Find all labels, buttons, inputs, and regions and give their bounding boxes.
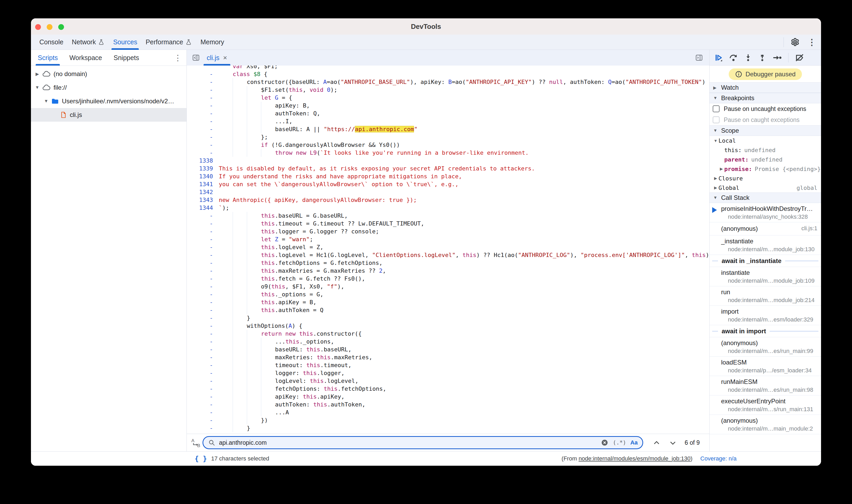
line-gutter[interactable]: - [187,330,213,338]
line-gutter[interactable]: - [187,94,213,102]
tree-item-file-[interactable]: ▼file:// [31,81,187,94]
line-gutter[interactable]: - [187,118,213,125]
line-gutter[interactable]: - [187,149,213,157]
chevron-down-icon[interactable]: ▼ [43,98,49,104]
breakpoint-option[interactable]: Pause on uncaught exceptions [710,103,821,114]
line-gutter[interactable]: 1342 [187,188,213,196]
call-stack-frame[interactable]: promiseInitHookWithDestroyTr…node:intern… [710,203,821,222]
tree-item-cli-js[interactable]: cli.js [31,108,187,122]
clear-search-icon[interactable] [601,439,608,447]
close-tab-icon[interactable]: × [223,54,227,62]
replace-toggle-icon[interactable]: AB [191,438,201,448]
step-out-icon[interactable] [758,52,767,63]
line-gutter[interactable]: - [187,141,213,149]
kebab-menu-icon[interactable]: ⋮ [806,37,817,48]
step-over-icon[interactable] [728,52,739,63]
section-call-stack[interactable]: ▼Call Stack [710,193,821,203]
source-origin-link[interactable]: node:internal/modules/esm/module_job:130 [579,455,691,462]
call-stack-frame[interactable]: (anonymous)node:internal/m…es/run_main:9… [710,337,821,357]
line-gutter[interactable]: - [187,299,213,306]
line-gutter[interactable]: - [187,393,213,401]
checkbox[interactable] [713,105,720,112]
line-gutter[interactable]: - [187,338,213,346]
call-stack-frame[interactable]: instantiatenode:internal/m…module_job:10… [710,267,821,286]
line-gutter[interactable]: - [187,409,213,416]
line-gutter[interactable]: - [187,133,213,141]
line-gutter[interactable]: - [187,369,213,377]
scope-row-this[interactable]: this:undefined [710,145,821,155]
section-breakpoints[interactable]: ▼Breakpoints [710,93,821,103]
line-gutter[interactable]: - [187,291,213,299]
call-stack-frame[interactable]: (anonymous)cli.js:1 [710,222,821,235]
line-gutter[interactable]: - [187,125,213,133]
breakpoint-option[interactable]: Pause on caught exceptions [710,114,821,125]
scope-row-Local[interactable]: ▼Local [710,136,821,145]
line-gutter[interactable]: - [187,283,213,291]
line-gutter[interactable]: 1338 [187,157,213,165]
step-into-icon[interactable] [744,52,752,63]
line-gutter[interactable]: - [187,78,213,86]
resume-script-icon[interactable] [714,52,723,63]
tab-console[interactable]: Console [35,35,68,50]
deactivate-breakpoints-icon[interactable] [794,52,805,63]
call-stack-frame[interactable]: executeUserEntryPointnode:internal/m…s/r… [710,395,821,415]
navigator-kebab-menu-icon[interactable]: ⋮ [174,50,182,66]
line-gutter[interactable]: - [187,275,213,283]
scope-row-parent[interactable]: parent:undefined [710,155,821,164]
call-stack-frame[interactable]: runnode:internal/m…module_job:214 [710,286,821,306]
call-stack-frame[interactable]: (anonymous)node:internal/m…main_module:2 [710,415,821,434]
line-gutter[interactable]: 1343 [187,196,213,204]
settings-gear-icon[interactable] [789,37,801,48]
tab-performance[interactable]: Performance [141,35,196,50]
line-gutter[interactable]: - [187,235,213,244]
previous-match-icon[interactable] [650,434,663,452]
line-gutter[interactable]: - [187,244,213,251]
line-gutter[interactable]: 1340 [187,173,213,180]
line-gutter[interactable]: - [187,322,213,330]
call-stack-frame[interactable]: runMainESMnode:internal/m…es/run_main:98 [710,376,821,395]
line-gutter[interactable]: - [187,401,213,409]
line-gutter[interactable]: - [187,424,213,432]
match-case-toggle-icon[interactable]: Aa [631,439,638,446]
tree-item--no-domain-[interactable]: ▶(no domain) [31,67,187,81]
tab-network[interactable]: Network [68,35,109,50]
editor-tab-clijs[interactable]: cli.js × [202,50,231,66]
line-gutter[interactable]: - [187,361,213,369]
navigator-tab-scripts[interactable]: Scripts [38,50,58,66]
section-watch[interactable]: ▶Watch [710,82,821,93]
regex-toggle-icon[interactable]: (.*) [613,439,626,446]
tab-memory[interactable]: Memory [196,35,228,50]
line-gutter[interactable]: - [187,346,213,354]
line-gutter[interactable]: - [187,306,213,314]
navigator-tab-snippets[interactable]: Snippets [113,50,139,66]
section-scope[interactable]: ▼Scope [710,125,821,136]
code-editor[interactable]: var Xs0, $F1;-class $8 {-constructor({ba… [187,66,709,434]
call-stack-frame[interactable]: importnode:internal/m…esm/loader:329 [710,306,821,325]
line-gutter[interactable]: - [187,212,213,220]
pretty-print-icon[interactable]: { } [195,455,207,463]
line-gutter[interactable]: - [187,102,213,110]
line-gutter[interactable]: - [187,267,213,275]
chevron-down-icon[interactable]: ▼ [35,85,40,90]
line-gutter[interactable]: 1339 [187,165,213,173]
line-gutter[interactable]: - [187,110,213,118]
line-gutter[interactable]: - [187,220,213,228]
line-gutter[interactable]: - [187,228,213,235]
chevron-right-icon[interactable]: ▶ [35,71,40,77]
chevron-right-icon[interactable]: ▶ [713,185,718,190]
step-icon[interactable] [772,52,782,63]
scope-row-Global[interactable]: ▶Globalglobal [710,183,821,193]
line-gutter[interactable]: - [187,314,213,322]
scope-row-promise[interactable]: ▶promise:Promise {<pending>} [710,164,821,174]
line-gutter[interactable]: - [187,70,213,78]
coverage-link[interactable]: Coverage: n/a [700,455,736,462]
search-input[interactable]: api.anthropic.com (.*) Aa [202,436,643,449]
toggle-debugger-sidebar-icon[interactable] [695,54,703,61]
chevron-right-icon[interactable]: ▶ [713,176,718,181]
tab-sources[interactable]: Sources [109,35,141,50]
call-stack-frame[interactable]: loadESMnode:internal/p…/esm_loader:34 [710,357,821,376]
line-gutter[interactable]: 1341 [187,180,213,188]
tree-item-users-jinhuilee-nvm-versions-node-v2-[interactable]: ▼Users/jinhuilee/.nvm/versions/node/v2… [31,94,187,108]
next-match-icon[interactable] [666,434,679,452]
call-stack-frame[interactable]: _instantiatenode:internal/m…module_job:1… [710,235,821,255]
